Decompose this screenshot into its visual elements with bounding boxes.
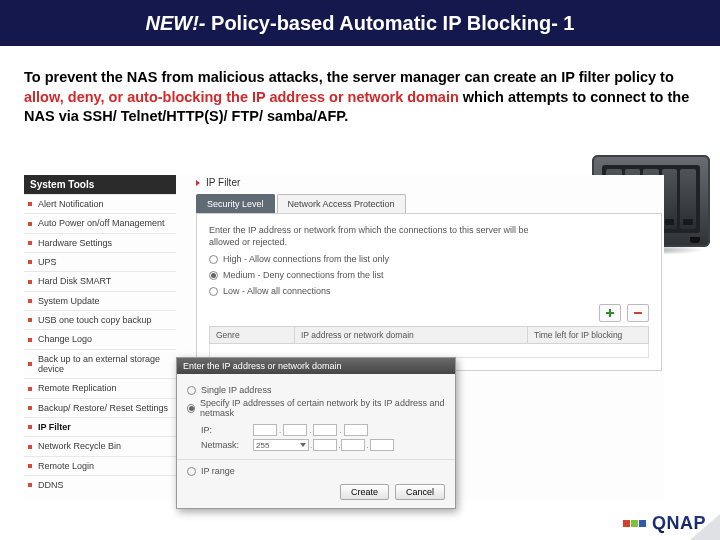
sidebar-item-label: Remote Login: [38, 461, 94, 471]
bullet-icon: [28, 406, 32, 410]
main-panel: IP Filter Security LevelNetwork Access P…: [196, 177, 662, 371]
logo-squares-icon: [623, 520, 646, 527]
col-timeleft: Time left for IP blocking: [528, 327, 648, 343]
sidebar-item-label: Network Recycle Bin: [38, 441, 121, 451]
intro-part1: To prevent the NAS from malicious attack…: [24, 69, 674, 85]
ip-octet-input[interactable]: [253, 424, 277, 436]
netmask-select[interactable]: 255: [253, 439, 309, 451]
radio-icon: [209, 271, 218, 280]
slide-title-bar: NEW!- Policy-based Automatic IP Blocking…: [0, 0, 720, 46]
sidebar-item-label: Backup/ Restore/ Reset Settings: [38, 403, 168, 413]
slide-title-prefix: NEW!-: [146, 12, 212, 34]
intro-paragraph: To prevent the NAS from malicious attack…: [0, 46, 720, 137]
bullet-icon: [28, 241, 32, 245]
sidebar-item[interactable]: Auto Power on/off Management: [24, 213, 176, 232]
sidebar-item[interactable]: Backup/ Restore/ Reset Settings: [24, 398, 176, 417]
create-button[interactable]: Create: [340, 484, 389, 500]
sidebar-item[interactable]: Alert Notification: [24, 194, 176, 213]
remove-button[interactable]: [627, 304, 649, 322]
ip-octet-input[interactable]: [283, 424, 307, 436]
netmask-octet-input[interactable]: [313, 439, 337, 451]
option-label: IP range: [201, 466, 235, 476]
sidebar-item[interactable]: Hard Disk SMART: [24, 271, 176, 290]
ip-octet-input[interactable]: [344, 424, 368, 436]
sidebar-item-label: IP Filter: [38, 422, 71, 432]
sidebar-item[interactable]: Change Logo: [24, 329, 176, 348]
option-label: Specify IP addresses of certain network …: [200, 398, 445, 418]
bullet-icon: [28, 280, 32, 284]
intro-highlight: allow, deny, or auto-blocking the IP add…: [24, 89, 459, 105]
slide-title-main: Policy-based Automatic IP Blocking- 1: [211, 12, 574, 34]
drive-bay: [662, 169, 678, 229]
sidebar-item[interactable]: Network Recycle Bin: [24, 436, 176, 455]
netmask-label: Netmask:: [201, 440, 253, 450]
sidebar-item[interactable]: IP Filter: [24, 417, 176, 436]
netmask-field-row: Netmask: 255 . . .: [201, 439, 445, 451]
bullet-icon: [28, 299, 32, 303]
sidebar-item[interactable]: Hardware Settings: [24, 233, 176, 252]
security-level-option[interactable]: Medium - Deny connections from the list: [209, 270, 649, 280]
dialog-option[interactable]: IP range: [187, 466, 445, 476]
security-level-option[interactable]: Low - Allow all connections: [209, 286, 649, 296]
drive-bay: [680, 169, 696, 229]
dialog-option[interactable]: Single IP address: [187, 385, 445, 395]
page-curl-icon: [690, 514, 720, 540]
sidebar-item-label: DDNS: [38, 480, 64, 490]
option-label: High - Allow connections from the list o…: [223, 254, 389, 264]
security-level-option[interactable]: High - Allow connections from the list o…: [209, 254, 649, 264]
radio-icon: [209, 255, 218, 264]
tab[interactable]: Network Access Protection: [277, 194, 406, 213]
panel-title: IP Filter: [196, 177, 662, 188]
sidebar-item[interactable]: System Update: [24, 291, 176, 310]
sidebar: System Tools Alert NotificationAuto Powe…: [24, 175, 176, 495]
ip-entry-dialog: Enter the IP address or network domain S…: [176, 357, 456, 509]
sidebar-item[interactable]: USB one touch copy backup: [24, 310, 176, 329]
sidebar-item[interactable]: Remote Replication: [24, 378, 176, 397]
radio-icon: [187, 404, 195, 413]
sidebar-header: System Tools: [24, 175, 176, 194]
radio-icon: [187, 467, 196, 476]
ip-octet-input[interactable]: [313, 424, 337, 436]
sidebar-item-label: Hardware Settings: [38, 238, 112, 248]
tab-body: Enter the IP address or network from whi…: [196, 213, 662, 371]
netmask-octet-input[interactable]: [370, 439, 394, 451]
option-label: Medium - Deny connections from the list: [223, 270, 384, 280]
dialog-option[interactable]: Specify IP addresses of certain network …: [187, 398, 445, 418]
sidebar-item-label: System Update: [38, 296, 100, 306]
ip-table-header: Genre IP address or network domain Time …: [209, 326, 649, 344]
bullet-icon: [28, 362, 32, 366]
sidebar-item[interactable]: UPS: [24, 252, 176, 271]
divider: [177, 459, 455, 460]
bullet-icon: [28, 387, 32, 391]
bullet-icon: [28, 260, 32, 264]
sidebar-item[interactable]: Remote Login: [24, 456, 176, 475]
sidebar-item-label: Change Logo: [38, 334, 92, 344]
tab[interactable]: Security Level: [196, 194, 275, 213]
ip-octets[interactable]: . . .: [253, 424, 368, 436]
admin-ui-screenshot: System Tools Alert NotificationAuto Powe…: [24, 175, 664, 500]
option-label: Low - Allow all connections: [223, 286, 331, 296]
bullet-icon: [28, 338, 32, 342]
tab-bar: Security LevelNetwork Access Protection: [196, 194, 662, 213]
cancel-button[interactable]: Cancel: [395, 484, 445, 500]
netmask-octet-input[interactable]: [341, 439, 365, 451]
list-action-buttons: [209, 304, 649, 322]
ip-label: IP:: [201, 425, 253, 435]
bullet-icon: [28, 425, 32, 429]
col-ip: IP address or network domain: [295, 327, 528, 343]
dialog-title: Enter the IP address or network domain: [177, 358, 455, 374]
bullet-icon: [28, 483, 32, 487]
sidebar-item[interactable]: Back up to an external storage device: [24, 349, 176, 379]
bullet-icon: [28, 445, 32, 449]
option-label: Single IP address: [201, 385, 271, 395]
radio-icon: [209, 287, 218, 296]
sidebar-item[interactable]: DDNS: [24, 475, 176, 494]
add-button[interactable]: [599, 304, 621, 322]
sidebar-item-label: Alert Notification: [38, 199, 104, 209]
bullet-icon: [28, 318, 32, 322]
sidebar-item-label: Auto Power on/off Management: [38, 218, 164, 228]
sidebar-item-label: USB one touch copy backup: [38, 315, 152, 325]
col-genre: Genre: [210, 327, 295, 343]
panel-hint: Enter the IP address or network from whi…: [209, 224, 529, 248]
caret-right-icon: [196, 180, 200, 186]
